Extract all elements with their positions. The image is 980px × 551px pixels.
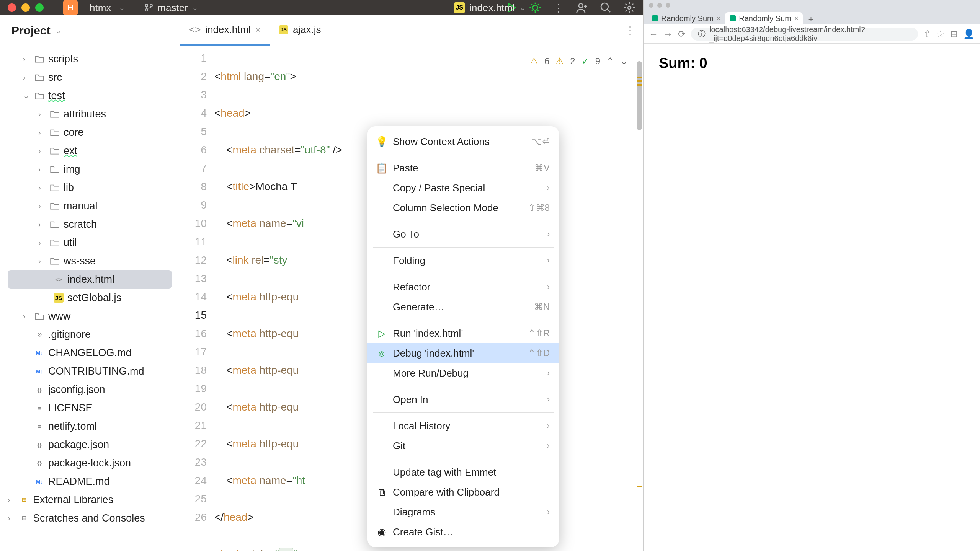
close-window[interactable]: [8, 3, 16, 12]
js-file-icon: JS: [454, 2, 465, 13]
error-stripe-bar[interactable]: [636, 46, 643, 551]
tab-indexhtml[interactable]: <> index.html ×: [180, 15, 270, 46]
forward-button[interactable]: →: [663, 29, 673, 39]
warning-count: 6: [544, 52, 549, 70]
maximize-window[interactable]: [35, 3, 44, 12]
paste-icon: 📋: [377, 163, 387, 173]
ctx-diagrams[interactable]: Diagrams›: [368, 502, 559, 522]
tree-file-package[interactable]: {}package.json: [0, 435, 180, 454]
browser-tab-1[interactable]: Randomly Sum×: [647, 12, 725, 24]
folder-icon: [34, 73, 44, 82]
close-window[interactable]: [649, 3, 653, 8]
tree-folder-scripts[interactable]: ›scripts: [0, 50, 180, 68]
tree-file-contributing[interactable]: M↓CONTRIBUTING.md: [0, 362, 180, 380]
tree-file-gitignore[interactable]: ⊘.gitignore: [0, 325, 180, 344]
text-file-icon: ≡: [34, 403, 44, 413]
close-tab-icon[interactable]: ×: [794, 15, 799, 23]
folder-icon: [50, 147, 60, 155]
tree-file-indexhtml[interactable]: <>index.html: [8, 270, 172, 289]
ctx-paste[interactable]: 📋Paste⌘V: [368, 158, 559, 178]
reload-button[interactable]: ⟳: [678, 29, 686, 39]
minimize-window[interactable]: [657, 3, 662, 8]
tree-scratches[interactable]: ›⊟Scratches and Consoles: [0, 509, 180, 527]
close-tab-icon[interactable]: ×: [255, 24, 261, 35]
tab-ajaxjs[interactable]: JS ajax.js: [270, 15, 330, 46]
chevron-up-icon[interactable]: ⌃: [606, 52, 614, 70]
folder-icon: [50, 110, 60, 118]
current-file[interactable]: JS index.html ⌄: [454, 2, 526, 14]
tree-folder-wssse[interactable]: ›ws-sse: [0, 252, 180, 270]
tree-folder-src[interactable]: ›src: [0, 68, 180, 86]
tree-folder-lib[interactable]: ›lib: [0, 178, 180, 197]
library-icon: ⊞: [19, 495, 29, 505]
tree-file-jsconfig[interactable]: {}jsconfig.json: [0, 380, 180, 399]
html-file-icon: <>: [54, 274, 64, 284]
tree-file-packagelock[interactable]: {}package-lock.json: [0, 454, 180, 472]
more-icon[interactable]: ⋮: [625, 24, 635, 37]
ctx-emmet[interactable]: Update tag with Emmet: [368, 462, 559, 482]
project-name[interactable]: htmx: [90, 2, 111, 14]
tree-file-setglobal[interactable]: JSsetGlobal.js: [0, 289, 180, 307]
tree-folder-scratch[interactable]: ›scratch: [0, 215, 180, 233]
tree-folder-ext[interactable]: ›ext: [0, 142, 180, 160]
profile-icon[interactable]: 👤: [963, 29, 975, 39]
share-icon[interactable]: ⇧: [923, 29, 931, 39]
editor-tabs: <> index.html × JS ajax.js ⋮: [180, 15, 643, 46]
json-file-icon: {}: [34, 458, 44, 468]
ctx-more-run[interactable]: More Run/Debug›: [368, 363, 559, 383]
tree-folder-manual[interactable]: ›manual: [0, 197, 180, 215]
scratches-icon: ⊟: [19, 513, 29, 523]
tree-folder-core[interactable]: ›core: [0, 123, 180, 142]
tree-file-netlify[interactable]: ≡netlify.toml: [0, 417, 180, 435]
ctx-copy-paste-special[interactable]: Copy / Paste Special›: [368, 178, 559, 198]
back-button[interactable]: ←: [649, 29, 658, 39]
ctx-compare-clipboard[interactable]: ⧉Compare with Clipboard: [368, 482, 559, 502]
ctx-git[interactable]: Git›: [368, 436, 559, 456]
chevron-down-icon[interactable]: ⌄: [620, 52, 628, 70]
svg-point-4: [579, 3, 583, 8]
chevron-down-icon[interactable]: ⌄: [119, 3, 125, 12]
tree-file-license[interactable]: ≡LICENSE: [0, 399, 180, 417]
browser-window: Randomly Sum× Randomly Sum× + ← → ⟳ ⓘloc…: [643, 0, 980, 551]
ctx-goto[interactable]: Go To›: [368, 224, 559, 244]
folder-icon: [34, 91, 44, 100]
add-user-icon[interactable]: [576, 2, 588, 14]
new-tab-button[interactable]: +: [803, 14, 819, 24]
bookmark-icon[interactable]: ☆: [936, 29, 945, 39]
browser-tab-2[interactable]: Randomly Sum×: [725, 12, 803, 24]
ctx-debug[interactable]: ⌾Debug 'index.html'⌃⇧D: [368, 343, 559, 363]
info-icon: ⓘ: [698, 29, 706, 39]
tree-folder-www[interactable]: ›www: [0, 307, 180, 325]
chevron-down-icon[interactable]: ⌄: [55, 26, 62, 35]
ctx-open-in[interactable]: Open In›: [368, 390, 559, 409]
settings-icon[interactable]: [623, 2, 635, 14]
tree-folder-attributes[interactable]: ›attributes: [0, 105, 180, 123]
tree-file-readme[interactable]: M↓README.md: [0, 472, 180, 491]
more-icon[interactable]: ⋮: [553, 1, 564, 15]
ctx-show-actions[interactable]: 💡Show Context Actions⌥⏎: [368, 132, 559, 152]
sidebar-title: Project: [11, 24, 51, 37]
address-bar[interactable]: ⓘlocalhost:63342/debug-livestream/index.…: [691, 28, 918, 41]
svg-point-6: [628, 6, 631, 9]
inspection-widget[interactable]: ⚠6 ⚠2 ✓9 ⌃ ⌄: [530, 52, 628, 70]
ctx-create-gist[interactable]: ◉Create Gist…: [368, 522, 559, 542]
ctx-local-history[interactable]: Local History›: [368, 416, 559, 436]
tree-external-libraries[interactable]: ›⊞External Libraries: [0, 491, 180, 509]
close-tab-icon[interactable]: ×: [717, 15, 721, 23]
ctx-refactor[interactable]: Refactor›: [368, 277, 559, 297]
tree-folder-img[interactable]: ›img: [0, 160, 180, 178]
tree-folder-util[interactable]: ›util: [0, 233, 180, 252]
maximize-window[interactable]: [666, 3, 670, 8]
ctx-generate[interactable]: Generate…⌘N: [368, 297, 559, 317]
tree-folder-test[interactable]: ⌄test: [0, 86, 180, 105]
extensions-icon[interactable]: ⊞: [950, 29, 958, 39]
md-file-icon: M↓: [34, 348, 44, 358]
git-branch[interactable]: master ⌄: [144, 2, 198, 14]
debug-icon[interactable]: [529, 2, 541, 14]
ctx-run[interactable]: ▷Run 'index.html'⌃⇧R: [368, 323, 559, 343]
ctx-column-selection[interactable]: Column Selection Mode⇧⌘8: [368, 198, 559, 218]
tree-file-changelog[interactable]: M↓CHANGELOG.md: [0, 344, 180, 362]
minimize-window[interactable]: [21, 3, 30, 12]
ctx-folding[interactable]: Folding›: [368, 251, 559, 271]
search-icon[interactable]: [599, 2, 612, 14]
